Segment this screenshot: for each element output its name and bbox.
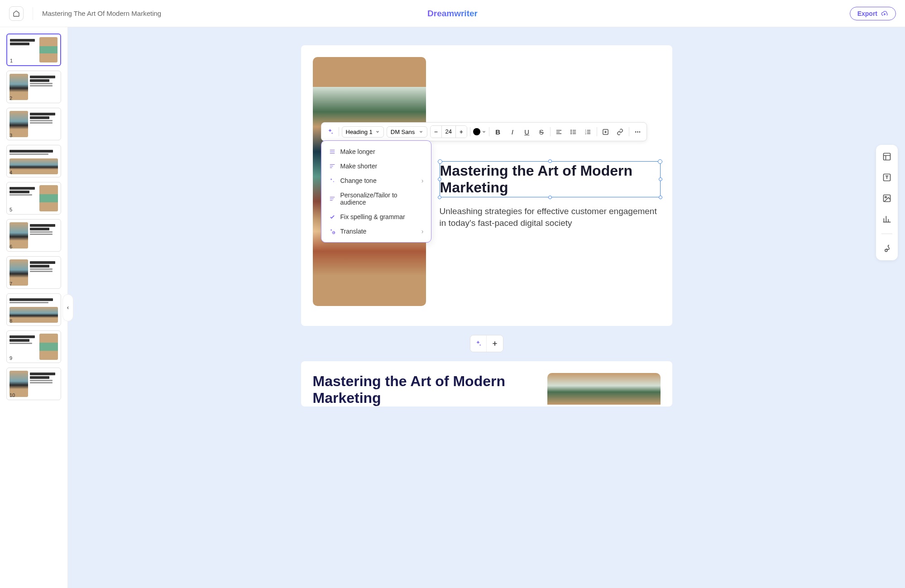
collapse-sidebar-button[interactable] [62,294,73,321]
thumbnail-5[interactable]: 5 [6,182,61,215]
numbered-list-icon: 123 [584,129,591,135]
thumbnail-number: 5 [10,207,12,212]
thumbnail-number: 10 [10,392,15,398]
thumbnail-8[interactable]: 8 [6,293,61,326]
align-left-icon [555,129,562,135]
chevron-down-icon [375,129,380,134]
text-color-picker[interactable] [473,128,486,135]
thumbnail-2[interactable]: 2 [6,71,61,103]
bullet-list-button[interactable] [568,126,579,138]
ai-actions-menu: Make longer Make shorter Change tone › P… [321,140,431,243]
decrease-size-button[interactable]: − [431,126,441,138]
thumbnail-number: 2 [10,96,12,101]
add-page-bar [470,335,503,352]
thumbnail-10[interactable]: 10 [6,368,61,400]
menu-item-label: Fix spelling & grammar [340,213,405,220]
page-subheading[interactable]: Unleashing strategies for effective cust… [440,206,661,229]
header-divider [33,7,33,20]
align-button[interactable] [553,126,565,138]
image-tool-button[interactable] [881,192,893,205]
chart-icon [882,215,891,224]
thumbnail-1[interactable]: 1 [6,33,61,66]
more-icon [634,129,641,135]
thumbnail-7[interactable]: 7 [6,256,61,289]
thumbnail-number: 9 [10,355,12,361]
paint-icon [882,244,891,253]
home-button[interactable] [9,6,24,21]
check-icon [329,213,336,220]
chevron-down-icon [419,129,423,134]
page-heading[interactable]: Mastering the Art of Modern Marketing [440,163,660,196]
ai-make-longer[interactable]: Make longer [321,144,431,159]
font-size-value[interactable]: 24 [441,126,456,138]
thumbnail-number: 8 [10,318,12,324]
svg-point-7 [635,131,637,133]
text-tool-button[interactable] [881,171,893,184]
svg-text:3: 3 [585,132,587,134]
layout-tool-button[interactable] [881,150,893,163]
svg-point-15 [885,249,887,252]
document-title[interactable]: Mastering The Art Of Modern Marketing [42,10,161,17]
thumbnail-number: 4 [10,170,12,175]
text-toolbar: Heading 1 DM Sans − 24 + [321,122,647,141]
thumbnail-sidebar[interactable]: 1 2 3 4 5 6 7 [0,27,68,588]
plus-square-icon [602,129,609,135]
font-select[interactable]: DM Sans [387,126,427,138]
menu-item-label: Change tone [340,177,377,184]
strikethrough-button[interactable]: S [536,126,547,138]
page-1[interactable]: Heading 1 DM Sans − 24 + [301,45,672,326]
chevron-right-icon: › [421,228,424,235]
menu-item-label: Make longer [340,148,375,155]
font-size-stepper: − 24 + [430,125,467,138]
ai-change-tone[interactable]: Change tone › [321,173,431,188]
increase-size-button[interactable]: + [456,126,467,138]
right-tool-rail [876,145,898,260]
sparkle-globe-icon [329,228,336,235]
canvas-area[interactable]: Heading 1 DM Sans − 24 + [68,27,905,588]
thumbnail-number: 3 [10,133,12,138]
italic-button[interactable]: I [507,126,518,138]
thumbnail-4[interactable]: 4 [6,145,61,177]
link-button[interactable] [614,126,626,138]
svg-point-9 [639,131,641,133]
selected-text-box[interactable]: Mastering the Art of Modern Marketing [440,161,661,197]
add-page-button[interactable] [487,335,503,352]
export-button[interactable]: Export [850,7,896,20]
underline-button[interactable]: U [521,126,533,138]
svg-point-0 [571,130,571,130]
svg-point-8 [637,131,639,133]
plus-icon [491,340,498,347]
thumbnail-9[interactable]: 9 [6,330,61,363]
ai-translate[interactable]: Translate › [321,224,431,239]
numbered-list-button[interactable]: 123 [582,126,594,138]
menu-item-label: Make shorter [340,163,378,170]
ai-fix-spelling[interactable]: Fix spelling & grammar [321,210,431,224]
chart-tool-button[interactable] [881,213,893,225]
page-2[interactable]: Mastering the Art of Modern Marketing [301,361,672,406]
image-icon [882,194,891,203]
style-tool-button[interactable] [881,242,893,255]
lines-short-icon [329,163,336,170]
menu-item-label: Personalize/Tailor to audience [340,191,424,206]
style-select[interactable]: Heading 1 [342,126,384,138]
sparkle-icon [474,340,482,347]
ai-personalize[interactable]: Personalize/Tailor to audience [321,188,431,210]
ai-add-button[interactable] [470,335,487,352]
thumbnail-number: 1 [10,58,13,63]
text-frame-icon [882,173,891,182]
ai-make-shorter[interactable]: Make shorter [321,159,431,173]
sparkle-swap-icon [329,177,336,184]
bold-button[interactable]: B [492,126,504,138]
thumbnail-3[interactable]: 3 [6,108,61,140]
more-button[interactable] [632,126,644,138]
insert-button[interactable] [600,126,612,138]
ai-sparkle-button[interactable] [324,126,336,138]
thumbnail-6[interactable]: 6 [6,219,61,252]
page-hero-image[interactable] [547,373,661,405]
app-name: Dreamwriter [427,9,478,19]
layout-icon [882,152,891,161]
link-icon [617,129,623,135]
svg-point-1 [571,131,571,132]
thumbnail-number: 7 [10,281,12,287]
page-heading[interactable]: Mastering the Art of Modern Marketing [313,373,534,406]
